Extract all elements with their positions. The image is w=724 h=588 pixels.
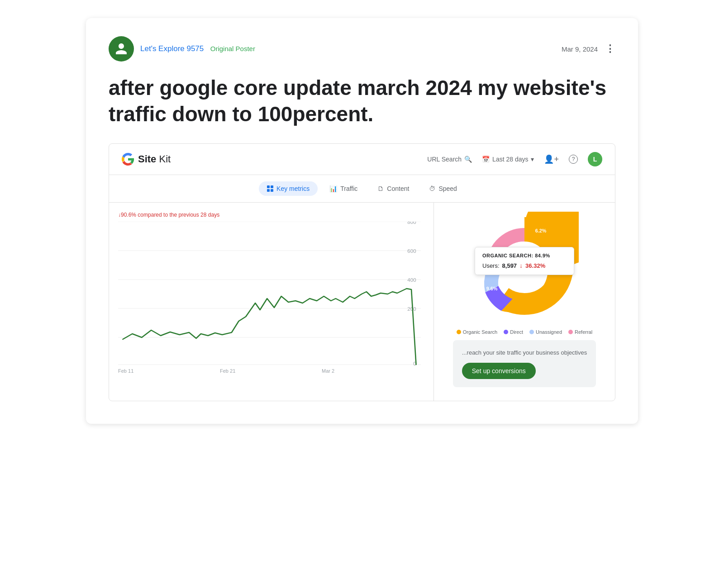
date-range-nav[interactable]: 📅 Last 28 days ▾ <box>482 156 534 163</box>
url-search-nav[interactable]: URL Search 🔍 <box>427 156 472 163</box>
more-menu-button[interactable]: ⋮ <box>605 43 615 55</box>
svg-text:800: 800 <box>407 222 416 225</box>
gauge-icon: ⏱ <box>429 185 435 192</box>
google-g-icon <box>122 153 134 166</box>
donut-wrapper: 6.2% 9.6% By Channels ORGANIC SEARCH: 84… <box>470 212 579 320</box>
date-range-label: Last 28 days <box>492 156 528 163</box>
legend-label-direct: Direct <box>510 329 523 335</box>
svg-text:400: 400 <box>407 277 416 283</box>
legend-row: Organic Search Direct Unassigned Referra… <box>457 329 592 335</box>
legend-direct: Direct <box>504 329 523 335</box>
url-search-label: URL Search <box>427 156 462 163</box>
post-meta-right: Mar 9, 2024 ⋮ <box>562 43 615 55</box>
doc-icon: 🗋 <box>377 185 384 192</box>
post-card: Let's Explore 9575 Original Poster Mar 9… <box>86 18 638 424</box>
sitekit-header: Site Kit URL Search 🔍 📅 Last 28 days ▾ 👤… <box>109 144 615 175</box>
bar-chart-icon: 📊 <box>329 185 337 192</box>
user-initial: L <box>593 156 597 163</box>
x-label-mar2: Mar 2 <box>322 368 334 374</box>
svg-text:600: 600 <box>407 248 416 254</box>
svg-text:200: 200 <box>407 306 416 312</box>
x-label-feb11: Feb 11 <box>118 368 133 374</box>
author-badge: Original Poster <box>210 45 255 52</box>
tooltip-title: ORGANIC SEARCH: 84.9% <box>482 253 567 258</box>
post-author: Let's Explore 9575 Original Poster <box>109 36 255 62</box>
post-title: after google core update march 2024 my w… <box>109 75 615 127</box>
post-header: Let's Explore 9575 Original Poster Mar 9… <box>109 36 615 62</box>
tab-key-metrics[interactable]: Key metrics <box>259 181 318 196</box>
search-icon: 🔍 <box>464 156 472 163</box>
add-user-nav[interactable]: 👤+ <box>544 154 559 164</box>
main-content: ↓90.6% compared to the previous 28 days … <box>109 203 615 401</box>
person-icon <box>114 42 128 56</box>
author-info: Let's Explore 9575 Original Poster <box>140 44 255 53</box>
conversion-box: ...reach your site traffic your business… <box>453 340 596 387</box>
tooltip-down-arrow: ↓ <box>519 262 523 269</box>
legend-label-organic: Organic Search <box>463 329 497 335</box>
legend-organic: Organic Search <box>457 329 497 335</box>
sitekit-logo: Site Kit <box>122 153 171 166</box>
post-date: Mar 9, 2024 <box>562 45 598 53</box>
tooltip-users-label: Users: <box>482 262 500 269</box>
tab-content-label: Content <box>387 185 409 192</box>
sitekit-logo-text: Site Kit <box>138 153 171 165</box>
x-labels: Feb 11 Feb 21 Mar 2 <box>118 366 421 374</box>
help-nav[interactable]: ? <box>569 155 578 164</box>
add-person-icon: 👤+ <box>544 154 559 164</box>
legend-label-referral: Referral <box>575 329 592 335</box>
chart-change-label: ↓90.6% compared to the previous 28 days <box>118 212 421 218</box>
legend-label-unassigned: Unassigned <box>536 329 562 335</box>
tab-traffic[interactable]: 📊 Traffic <box>321 181 366 196</box>
svg-text:9.6%: 9.6% <box>486 286 498 291</box>
tabs-row: Key metrics 📊 Traffic 🗋 Content ⏱ Speed <box>109 175 615 203</box>
donut-tooltip: ORGANIC SEARCH: 84.9% Users: 8,597 ↓ 36.… <box>475 247 574 275</box>
tooltip-users-row: Users: 8,597 ↓ 36.32% <box>482 262 567 269</box>
tab-speed-label: Speed <box>438 185 457 192</box>
legend-dot-unassigned <box>529 330 534 334</box>
legend-dot-referral <box>568 330 573 334</box>
grid-icon <box>267 185 273 192</box>
legend-unassigned: Unassigned <box>529 329 562 335</box>
legend-dot-direct <box>504 330 508 334</box>
tab-content[interactable]: 🗋 Content <box>369 181 417 196</box>
chart-area: ↓90.6% compared to the previous 28 days … <box>109 203 434 401</box>
calendar-icon: 📅 <box>482 156 490 163</box>
donut-area: 6.2% 9.6% By Channels ORGANIC SEARCH: 84… <box>434 203 615 401</box>
tooltip-change-value: 36.32% <box>525 262 545 269</box>
x-label-feb21: Feb 21 <box>220 368 235 374</box>
sitekit-nav-right: URL Search 🔍 📅 Last 28 days ▾ 👤+ ? L <box>427 152 602 166</box>
legend-referral: Referral <box>568 329 592 335</box>
tab-key-metrics-label: Key metrics <box>276 185 310 192</box>
conversion-text: ...reach your site traffic your business… <box>462 348 587 357</box>
line-chart-svg: 800 600 400 200 0 <box>118 222 421 366</box>
chart-wrapper: 800 600 400 200 0 <box>118 222 421 366</box>
tooltip-users-value: 8,597 <box>502 262 517 269</box>
legend-dot-organic <box>457 330 461 334</box>
chevron-down-icon: ▾ <box>531 156 534 163</box>
set-up-conversions-button[interactable]: Set up conversions <box>462 363 536 379</box>
author-name[interactable]: Let's Explore 9575 <box>140 44 204 53</box>
help-icon: ? <box>569 155 578 164</box>
tab-speed[interactable]: ⏱ Speed <box>421 181 465 196</box>
svg-text:6.2%: 6.2% <box>535 228 547 233</box>
user-avatar-nav[interactable]: L <box>588 152 602 166</box>
sitekit-container: Site Kit URL Search 🔍 📅 Last 28 days ▾ 👤… <box>109 143 615 401</box>
tab-traffic-label: Traffic <box>340 185 357 192</box>
conversion-objectives: your business objectives <box>523 349 587 356</box>
avatar <box>109 36 134 62</box>
